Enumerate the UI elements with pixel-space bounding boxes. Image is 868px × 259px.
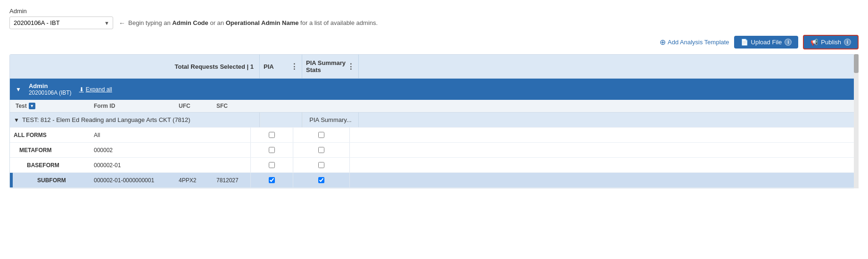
row-subform: SUBFORM 000002-01-0000000001 4PPX2 78120… [10, 173, 858, 188]
admin-select-wrapper: 20200106A - IBT ▼ [9, 16, 113, 29]
admin-section: Admin 20200106A - IBT ▼ ← Begin typing a… [9, 8, 859, 29]
pia-checkbox-subform[interactable] [269, 177, 275, 183]
pia-checkbox-baseform[interactable] [269, 162, 275, 168]
cell-formid-all-forms: All [90, 128, 175, 142]
publish-label: Publish [821, 39, 841, 46]
filter-icon[interactable]: ▼ [29, 103, 35, 109]
admin-group-info: Admin 20200106A (IBT) [29, 82, 72, 96]
formid-metaform: 000002 [94, 147, 113, 154]
pia-sum-checkbox-baseform[interactable] [318, 162, 324, 168]
type-label-subform: SUBFORM [37, 177, 66, 184]
col-test: Test ▼ [10, 103, 90, 109]
test-collapse-icon[interactable]: ▼ [14, 117, 19, 123]
col-headers-row: Test ▼ Form ID UFC SFC [10, 100, 858, 113]
publish-info-icon: i [844, 39, 851, 46]
table-wrapper: Total Requests Selected | 1 PIA ⋮ PIA Su… [9, 54, 859, 188]
cell-pia-all-forms [250, 128, 293, 142]
pia-sum-checkbox-subform[interactable] [318, 177, 324, 183]
sfc-col-label: SFC [216, 103, 228, 109]
pia-checkbox-metaform[interactable] [269, 147, 275, 153]
admin-hint: ← Begin typing an Admin Code or an Opera… [119, 19, 378, 27]
ufc-col-label: UFC [179, 103, 190, 109]
test-row-rest [359, 113, 858, 127]
pia-menu-icon[interactable]: ⋮ [290, 62, 298, 71]
admin-row: 20200106A - IBT ▼ ← Begin typing an Admi… [9, 16, 859, 29]
formid-baseform: 000002-01 [94, 162, 121, 169]
col-sfc: SFC [213, 103, 250, 109]
th-total-requests: Total Requests Selected | 1 [10, 55, 260, 78]
sfc-subform: 7812027 [216, 177, 239, 184]
cell-pia-baseform [250, 158, 293, 172]
th-pia: PIA ⋮ [260, 55, 302, 78]
pia-label: PIA [264, 63, 274, 70]
col-pia-sum-empty [293, 103, 349, 109]
pia-sum-checkbox-metaform[interactable] [318, 147, 324, 153]
ufc-subform: 4PPX2 [179, 177, 196, 184]
cell-ufc-all-forms [175, 128, 213, 142]
upload-info-icon: i [785, 39, 792, 46]
cell-rest-subform [349, 173, 858, 187]
cell-pia-sum-all-forms [293, 128, 349, 142]
publish-button[interactable]: 📢 Publish i [803, 35, 859, 49]
arrow-left-icon: ← [119, 19, 125, 27]
expand-all-button[interactable]: ⬇ Expand all [79, 86, 112, 93]
cell-rest-baseform [349, 158, 858, 172]
type-label-baseform: BASEFORM [27, 162, 59, 169]
cell-formid-subform: 000002-01-0000000001 [90, 173, 175, 187]
cell-formid-baseform: 000002-01 [90, 158, 175, 172]
plus-icon: ⊕ [660, 38, 666, 47]
cell-type-baseform: BASEFORM [10, 158, 90, 172]
test-name: TEST: 812 - Elem Ed Reading and Language… [22, 116, 190, 123]
cell-ufc-baseform [175, 158, 213, 172]
formid-subform: 000002-01-0000000001 [94, 177, 154, 184]
scrollbar-track[interactable] [854, 54, 859, 188]
th-pia-summary: PIA Summary Stats ⋮ [302, 55, 359, 78]
row-baseform: BASEFORM 000002-01 [10, 158, 858, 173]
admin-select[interactable]: 20200106A - IBT [9, 16, 113, 29]
table-header: Total Requests Selected | 1 PIA ⋮ PIA Su… [10, 55, 858, 79]
collapse-icon[interactable]: ▼ [16, 86, 21, 93]
admin-group-title: Admin [29, 82, 72, 89]
test-pia-cell [260, 113, 302, 127]
admin-group-header: ▼ Admin 20200106A (IBT) ⬇ Expand all [10, 79, 858, 100]
pia-checkbox-all-forms[interactable] [269, 132, 275, 138]
col-pia-empty [250, 103, 293, 109]
expand-all-label: Expand all [86, 86, 112, 93]
test-row: ▼ TEST: 812 - Elem Ed Reading and Langua… [10, 113, 858, 128]
cell-type-all-forms: ALL FORMS [10, 128, 90, 142]
add-analysis-button[interactable]: ⊕ Add Analysis Template [660, 38, 729, 47]
cell-ufc-metaform [175, 143, 213, 157]
pia-summary-label: PIA Summary Stats [306, 59, 347, 73]
cell-pia-sum-metaform [293, 143, 349, 157]
cell-ufc-subform: 4PPX2 [175, 173, 213, 187]
col-form-id: Form ID [90, 103, 175, 109]
row-metaform: METAFORM 000002 [10, 143, 858, 158]
table-container: Total Requests Selected | 1 PIA ⋮ PIA Su… [9, 54, 859, 188]
publish-icon: 📢 [810, 39, 818, 46]
scrollbar-thumb[interactable] [854, 54, 859, 73]
hint-text: Begin typing an Admin Code or an Operati… [128, 19, 378, 26]
cell-formid-metaform: 000002 [90, 143, 175, 157]
test-row-label: ▼ TEST: 812 - Elem Ed Reading and Langua… [10, 113, 260, 127]
page-container: Admin 20200106A - IBT ▼ ← Begin typing a… [0, 0, 868, 259]
cell-pia-subform [250, 173, 293, 187]
upload-file-button[interactable]: 📄 Upload File i [734, 36, 799, 49]
formid-all-forms: All [94, 132, 100, 138]
total-requests-label: Total Requests Selected | 1 [175, 63, 254, 70]
cell-sfc-baseform [213, 158, 250, 172]
cell-sfc-metaform [213, 143, 250, 157]
type-label-all-forms: ALL FORMS [14, 132, 47, 138]
cell-rest-metaform [349, 143, 858, 157]
admin-label: Admin [9, 8, 859, 15]
cell-sfc-subform: 7812027 [213, 173, 250, 187]
cell-pia-sum-subform [293, 173, 349, 187]
pia-sum-checkbox-all-forms[interactable] [318, 132, 324, 138]
th-empty [359, 55, 858, 78]
upload-file-label: Upload File [751, 39, 782, 46]
cell-rest-all-forms [349, 128, 858, 142]
toolbar-row: ⊕ Add Analysis Template 📄 Upload File i … [9, 35, 859, 49]
pia-summary-menu-icon[interactable]: ⋮ [347, 62, 355, 71]
cell-pia-metaform [250, 143, 293, 157]
admin-group-name: 20200106A (IBT) [29, 89, 72, 96]
form-id-col-label: Form ID [94, 103, 115, 109]
